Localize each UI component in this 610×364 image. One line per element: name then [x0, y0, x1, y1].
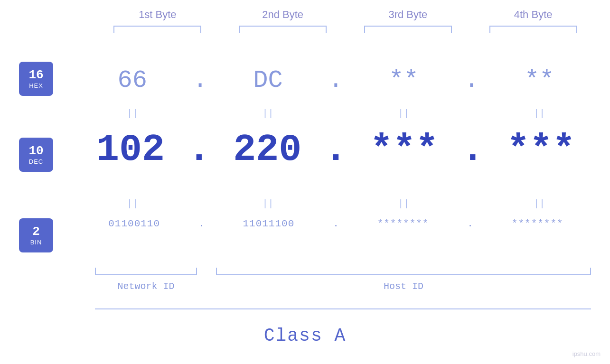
dec-val-4: *** [489, 128, 593, 171]
bin-badge-label: BIN [30, 239, 42, 246]
hex-dot-1: . [193, 66, 207, 94]
dec-badge-label: DEC [29, 158, 43, 165]
hex-row: 66 . DC . ** . ** [76, 66, 596, 94]
eq-4: || [487, 108, 591, 119]
dec-dot-2: . [324, 128, 347, 171]
bin-row: 01100110 . 11011100 . ******** . *******… [76, 218, 596, 229]
top-bracket-1 [113, 26, 201, 33]
dec-badge-number: 10 [28, 144, 43, 158]
top-bracket-2 [239, 26, 327, 33]
eq-2: || [216, 108, 320, 119]
host-id-bracket [216, 268, 591, 275]
byte-header-3: 3rd Byte [360, 9, 455, 21]
byte-header-1: 1st Byte [110, 9, 205, 21]
eq-6: || [216, 198, 320, 209]
dec-row: 102 . 220 . *** . *** [76, 128, 596, 171]
equals-row-1: || || || || [76, 108, 596, 119]
bin-val-1: 01100110 [82, 218, 187, 229]
top-bracket-4 [489, 26, 577, 33]
class-label: Class A [0, 326, 610, 346]
watermark: ipshu.com [572, 350, 601, 357]
dec-dot-3: . [461, 128, 484, 171]
hex-val-1: 66 [80, 66, 185, 94]
eq-8: || [487, 198, 591, 209]
bin-badge-number: 2 [32, 225, 40, 239]
network-id-bracket [95, 268, 197, 275]
dec-dot-1: . [188, 128, 210, 171]
hex-badge: 16 HEX [19, 62, 53, 96]
hex-badge-label: HEX [29, 82, 43, 89]
top-bracket-3 [364, 26, 452, 33]
hex-dot-2: . [328, 66, 343, 94]
hex-badge-number: 16 [28, 68, 43, 82]
bin-val-4: ******** [485, 218, 590, 229]
hex-dot-3: . [464, 66, 479, 94]
dec-badge: 10 DEC [19, 138, 53, 172]
hex-val-4: ** [487, 66, 591, 94]
dec-val-2: 220 [215, 128, 319, 171]
bin-val-3: ******** [351, 218, 455, 229]
bin-val-2: 11011100 [216, 218, 321, 229]
bin-dot-3: . [467, 218, 473, 229]
equals-row-2: || || || || [76, 198, 596, 209]
byte-header-2: 2nd Byte [235, 9, 330, 21]
bin-dot-2: . [333, 218, 339, 229]
eq-5: || [80, 198, 185, 209]
bin-badge: 2 BIN [19, 218, 53, 252]
eq-1: || [80, 108, 185, 119]
class-bracket [95, 308, 591, 309]
eq-7: || [351, 198, 456, 209]
bin-dot-1: . [198, 218, 205, 229]
hex-val-2: DC [216, 66, 320, 94]
dec-val-3: *** [352, 128, 457, 171]
network-id-label: Network ID [95, 281, 197, 292]
host-id-label: Host ID [216, 281, 591, 292]
byte-header-4: 4th Byte [486, 9, 581, 21]
eq-3: || [351, 108, 456, 119]
hex-val-3: ** [351, 66, 456, 94]
dec-val-1: 102 [78, 128, 183, 171]
